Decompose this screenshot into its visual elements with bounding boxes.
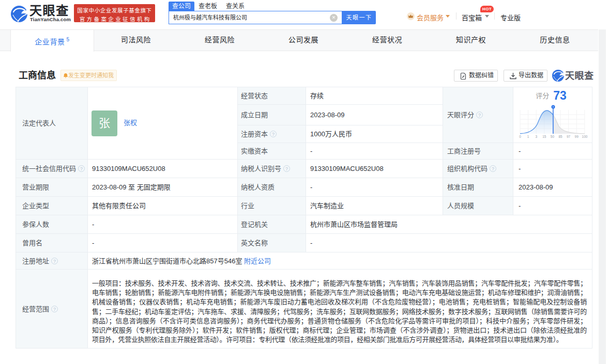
svg-text:99: 99 — [575, 135, 579, 138]
svg-text:85: 85 — [558, 135, 562, 138]
svg-text:1: 1 — [527, 135, 529, 138]
svg-text:100: 100 — [582, 135, 588, 138]
svg-text:0: 0 — [519, 135, 521, 138]
svg-text:50: 50 — [551, 135, 555, 138]
svg-text:3: 3 — [535, 135, 537, 138]
svg-text:97: 97 — [567, 135, 571, 138]
svg-text:15: 15 — [542, 135, 546, 138]
